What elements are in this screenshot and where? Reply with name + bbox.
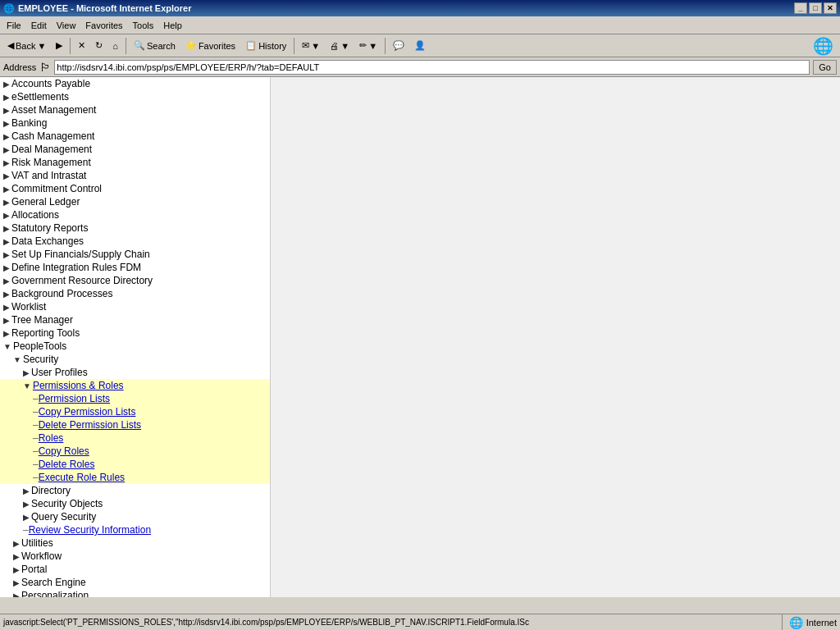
nav-item-roles[interactable]: – Roles [0,431,270,445]
refresh-button[interactable]: ↻ [91,37,107,55]
nav-item-esettlements[interactable]: ▶ eSettlements [0,90,270,103]
nav-link-execute-role-rules[interactable]: Execute Role Rules [39,472,125,483]
nav-item-deal-management[interactable]: ▶ Deal Management [0,143,270,156]
edit-icon: ✏ [359,40,367,51]
nav-arrow-directory: ▶ [23,486,30,495]
nav-text-utilities: Utilities [21,537,53,549]
nav-item-set-up-financials[interactable]: ▶ Set Up Financials/Supply Chain [0,248,270,261]
menu-help[interactable]: Help [158,19,187,32]
address-label: Address [3,62,36,72]
nav-link-roles[interactable]: Roles [39,432,64,444]
nav-item-portal[interactable]: ▶ Portal [0,563,270,576]
nav-item-risk-management[interactable]: ▶ Risk Management [0,156,270,169]
nav-item-banking[interactable]: ▶ Banking [0,116,270,130]
nav-item-execute-role-rules[interactable]: – Execute Role Rules [0,471,270,484]
stop-button[interactable]: ✕ [74,37,89,55]
search-button[interactable]: 🔍 Search [130,37,180,55]
nav-arrow-background-processes: ▶ [3,290,10,299]
messenger-icon: 👤 [414,40,426,51]
menu-tools[interactable]: Tools [128,19,159,32]
nav-link-delete-permission-lists[interactable]: Delete Permission Lists [39,419,141,431]
nav-arrow-cash-management: ▶ [3,132,10,141]
nav-item-general-ledger[interactable]: ▶ General Ledger [0,195,270,208]
nav-item-cash-management[interactable]: ▶ Cash Management [0,130,270,143]
nav-link-review-security[interactable]: Review Security Information [29,524,151,536]
nav-item-asset-management[interactable]: ▶ Asset Management [0,103,270,116]
history-button[interactable]: 📋 History [241,37,290,55]
nav-item-copy-roles[interactable]: – Copy Roles [0,445,270,458]
nav-item-commitment-control[interactable]: ▶ Commitment Control [0,182,270,195]
address-input[interactable] [54,60,810,75]
nav-item-delete-roles[interactable]: – Delete Roles [0,458,270,471]
nav-text-permissions-roles: Permissions & Roles [33,380,124,391]
menu-file[interactable]: File [2,19,26,32]
zone-label: Internet [806,618,837,628]
nav-item-data-exchanges[interactable]: ▶ Data Exchanges [0,235,270,248]
nav-text-workflow: Workflow [21,550,62,562]
nav-item-delete-permission-lists[interactable]: – Delete Permission Lists [0,418,270,431]
nav-item-reporting-tools[interactable]: ▶ Reporting Tools [0,326,270,340]
nav-item-search-engine[interactable]: ▶ Search Engine [0,576,270,589]
mail-dropdown-icon: ▼ [311,41,320,51]
nav-item-user-profiles[interactable]: ▶ User Profiles [0,366,270,379]
nav-arrow-permissions-roles: ▼ [23,381,31,390]
nav-text-government-resource: Government Resource Directory [11,275,153,286]
menu-favorites[interactable]: Favorites [80,19,127,32]
toolbar-sep-1 [70,38,71,54]
nav-arrow-vat-intrastat: ▶ [3,171,10,180]
nav-item-security-objects[interactable]: ▶ Security Objects [0,497,270,510]
maximize-button[interactable]: □ [809,2,822,14]
favorites-button[interactable]: ⭐ Favorites [181,37,240,55]
nav-link-copy-roles[interactable]: Copy Roles [39,445,89,457]
nav-item-background-processes[interactable]: ▶ Background Processes [0,287,270,300]
toolbar: ◀ Back ▼ ▶ ✕ ↻ ⌂ 🔍 Search ⭐ Favorites 📋 … [0,34,840,57]
nav-link-permission-lists[interactable]: Permission Lists [39,393,110,404]
go-button[interactable]: Go [813,60,837,75]
nav-text-set-up-financials: Set Up Financials/Supply Chain [11,249,150,260]
nav-item-review-security[interactable]: – Review Security Information [0,523,270,536]
messenger-button[interactable]: 👤 [410,37,430,55]
nav-item-permissions-roles[interactable]: ▼ Permissions & Roles [0,379,270,392]
nav-item-allocations[interactable]: ▶ Allocations [0,208,270,221]
nav-item-query-security[interactable]: ▶ Query Security [0,510,270,523]
close-button[interactable]: ✕ [824,2,837,14]
nav-arrow-security-objects: ▶ [23,500,30,509]
minimize-button[interactable]: _ [794,2,807,14]
nav-item-workflow[interactable]: ▶ Workflow [0,550,270,563]
back-button[interactable]: ◀ Back ▼ [3,37,50,55]
nav-arrow-utilities: ▶ [13,539,20,548]
favorites-label: Favorites [199,41,235,51]
menu-view[interactable]: View [52,19,81,32]
nav-item-directory[interactable]: ▶ Directory [0,484,270,497]
forward-button[interactable]: ▶ [52,37,66,55]
menu-edit[interactable]: Edit [26,19,52,32]
nav-item-permission-lists[interactable]: – Permission Lists [0,392,270,405]
nav-item-copy-permission-lists[interactable]: – Copy Permission Lists [0,405,270,418]
home-button[interactable]: ⌂ [108,37,122,55]
nav-item-accounts-payable[interactable]: ▶ Accounts Payable [0,77,270,90]
nav-link-copy-permission-lists[interactable]: Copy Permission Lists [39,406,136,418]
nav-item-security[interactable]: ▼ Security [0,353,270,366]
nav-arrow-personalization: ▶ [13,591,20,598]
edit-button[interactable]: ✏ ▼ [355,37,381,55]
nav-item-define-integration[interactable]: ▶ Define Integration Rules FDM [0,261,270,274]
nav-item-statutory-reports[interactable]: ▶ Statutory Reports [0,221,270,235]
nav-text-search-engine: Search Engine [21,577,86,588]
nav-item-vat-intrastat[interactable]: ▶ VAT and Intrastat [0,169,270,182]
nav-link-delete-roles[interactable]: Delete Roles [39,459,95,470]
back-arrow-icon: ◀ [7,40,14,51]
title-bar-controls: _ □ ✕ [794,2,837,14]
nav-text-security-objects: Security Objects [31,498,103,509]
nav-item-personalization[interactable]: ▶ Personalization [0,589,270,597]
nav-arrow-reporting-tools: ▶ [3,329,10,338]
nav-item-peopletools[interactable]: ▼ PeopleTools [0,340,270,353]
nav-item-utilities[interactable]: ▶ Utilities [0,536,270,550]
nav-dash: – [33,445,39,457]
discuss-button[interactable]: 💬 [389,37,409,55]
refresh-icon: ↻ [95,40,103,51]
print-button[interactable]: 🖨 ▼ [326,37,354,55]
nav-item-government-resource[interactable]: ▶ Government Resource Directory [0,274,270,287]
nav-item-worklist[interactable]: ▶ Worklist [0,300,270,313]
nav-item-tree-manager[interactable]: ▶ Tree Manager [0,313,270,326]
mail-button[interactable]: ✉ ▼ [298,37,324,55]
